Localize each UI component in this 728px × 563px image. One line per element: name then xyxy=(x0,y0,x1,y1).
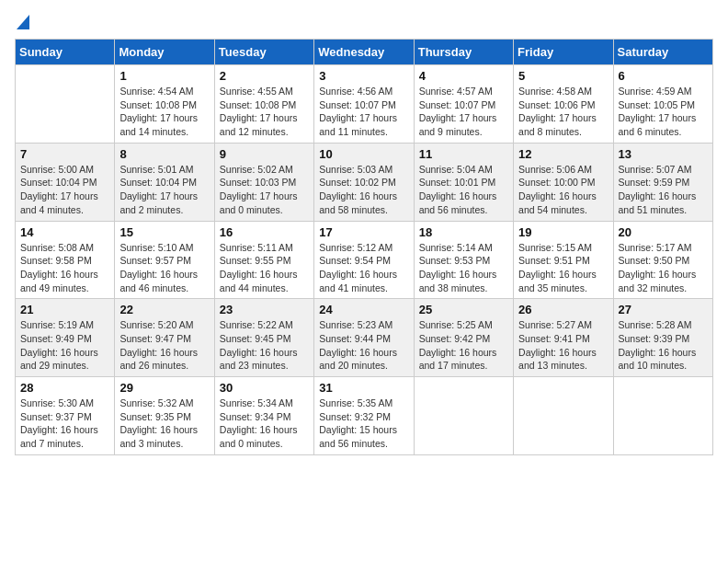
day-number: 8 xyxy=(119,147,209,161)
calendar-cell: 12Sunrise: 5:06 AMSunset: 10:00 PMDaylig… xyxy=(514,143,613,221)
logo-icon xyxy=(17,15,29,33)
header-day-sunday: Sunday xyxy=(16,40,115,65)
calendar-cell: 17Sunrise: 5:12 AMSunset: 9:54 PMDayligh… xyxy=(314,221,414,299)
day-info: Sunrise: 5:11 AMSunset: 9:55 PMDaylight:… xyxy=(220,241,309,295)
calendar-cell: 26Sunrise: 5:27 AMSunset: 9:41 PMDayligh… xyxy=(514,299,613,377)
calendar-cell: 31Sunrise: 5:35 AMSunset: 9:32 PMDayligh… xyxy=(314,377,414,455)
day-info: Sunrise: 5:30 AMSunset: 9:37 PMDaylight:… xyxy=(20,396,109,451)
day-info: Sunrise: 4:55 AMSunset: 10:08 PMDaylight… xyxy=(220,85,309,139)
calendar-cell: 10Sunrise: 5:03 AMSunset: 10:02 PMDaylig… xyxy=(314,143,414,221)
calendar-cell xyxy=(414,377,513,455)
day-info: Sunrise: 5:02 AMSunset: 10:03 PMDaylight… xyxy=(220,163,309,217)
day-number: 12 xyxy=(518,147,608,161)
calendar-week-row: 1Sunrise: 4:54 AMSunset: 10:08 PMDayligh… xyxy=(16,65,713,144)
calendar-cell: 3Sunrise: 4:56 AMSunset: 10:07 PMDayligh… xyxy=(314,65,414,144)
calendar-cell: 9Sunrise: 5:02 AMSunset: 10:03 PMDayligh… xyxy=(214,143,313,221)
calendar-cell xyxy=(514,377,613,455)
calendar-cell: 27Sunrise: 5:28 AMSunset: 9:39 PMDayligh… xyxy=(613,299,712,377)
calendar-cell: 14Sunrise: 5:08 AMSunset: 9:58 PMDayligh… xyxy=(16,221,115,299)
day-number: 24 xyxy=(319,303,408,316)
calendar-cell: 19Sunrise: 5:15 AMSunset: 9:51 PMDayligh… xyxy=(514,221,613,299)
day-info: Sunrise: 5:22 AMSunset: 9:45 PMDaylight:… xyxy=(220,318,309,373)
day-info: Sunrise: 5:12 AMSunset: 9:54 PMDaylight:… xyxy=(319,241,408,295)
calendar-cell: 2Sunrise: 4:55 AMSunset: 10:08 PMDayligh… xyxy=(214,65,313,144)
day-info: Sunrise: 4:54 AMSunset: 10:08 PMDaylight… xyxy=(119,85,209,139)
day-info: Sunrise: 5:34 AMSunset: 9:34 PMDaylight:… xyxy=(220,396,309,451)
day-number: 6 xyxy=(619,69,708,83)
day-info: Sunrise: 5:28 AMSunset: 9:39 PMDaylight:… xyxy=(619,318,708,373)
day-number: 19 xyxy=(518,225,608,239)
calendar-cell: 6Sunrise: 4:59 AMSunset: 10:05 PMDayligh… xyxy=(613,65,712,144)
header-day-thursday: Thursday xyxy=(414,40,513,65)
day-number: 14 xyxy=(20,225,109,239)
calendar-cell: 15Sunrise: 5:10 AMSunset: 9:57 PMDayligh… xyxy=(115,221,214,299)
calendar-cell: 23Sunrise: 5:22 AMSunset: 9:45 PMDayligh… xyxy=(214,299,313,377)
day-number: 27 xyxy=(619,303,708,316)
day-number: 23 xyxy=(220,303,309,316)
calendar-cell xyxy=(16,65,115,144)
day-number: 21 xyxy=(20,303,109,316)
calendar-cell: 29Sunrise: 5:32 AMSunset: 9:35 PMDayligh… xyxy=(115,377,214,455)
day-number: 31 xyxy=(319,381,408,395)
day-info: Sunrise: 5:00 AMSunset: 10:04 PMDaylight… xyxy=(20,163,109,217)
day-info: Sunrise: 4:57 AMSunset: 10:07 PMDaylight… xyxy=(419,85,508,139)
calendar-cell: 22Sunrise: 5:20 AMSunset: 9:47 PMDayligh… xyxy=(115,299,214,377)
header-day-monday: Monday xyxy=(115,40,214,65)
svg-marker-0 xyxy=(17,15,29,29)
day-info: Sunrise: 5:19 AMSunset: 9:49 PMDaylight:… xyxy=(20,318,109,373)
day-info: Sunrise: 5:10 AMSunset: 9:57 PMDaylight:… xyxy=(119,241,209,295)
calendar-week-row: 14Sunrise: 5:08 AMSunset: 9:58 PMDayligh… xyxy=(16,221,713,299)
calendar-cell: 30Sunrise: 5:34 AMSunset: 9:34 PMDayligh… xyxy=(214,377,313,455)
page-header xyxy=(15,15,713,29)
day-number: 17 xyxy=(319,225,408,239)
calendar-cell: 11Sunrise: 5:04 AMSunset: 10:01 PMDaylig… xyxy=(414,143,513,221)
day-info: Sunrise: 5:27 AMSunset: 9:41 PMDaylight:… xyxy=(518,318,608,373)
day-number: 26 xyxy=(518,303,608,316)
day-info: Sunrise: 5:06 AMSunset: 10:00 PMDaylight… xyxy=(518,163,608,217)
calendar-header-row: SundayMondayTuesdayWednesdayThursdayFrid… xyxy=(16,40,713,65)
calendar-table: SundayMondayTuesdayWednesdayThursdayFrid… xyxy=(15,39,713,455)
day-info: Sunrise: 5:01 AMSunset: 10:04 PMDaylight… xyxy=(119,163,209,217)
day-number: 25 xyxy=(419,303,508,316)
day-number: 22 xyxy=(119,303,209,316)
day-number: 4 xyxy=(419,69,508,83)
calendar-cell: 5Sunrise: 4:58 AMSunset: 10:06 PMDayligh… xyxy=(514,65,613,144)
day-info: Sunrise: 4:56 AMSunset: 10:07 PMDaylight… xyxy=(319,85,408,139)
day-number: 16 xyxy=(220,225,309,239)
day-info: Sunrise: 5:15 AMSunset: 9:51 PMDaylight:… xyxy=(518,241,608,295)
calendar-cell: 21Sunrise: 5:19 AMSunset: 9:49 PMDayligh… xyxy=(16,299,115,377)
day-info: Sunrise: 5:08 AMSunset: 9:58 PMDaylight:… xyxy=(20,241,109,295)
day-info: Sunrise: 5:32 AMSunset: 9:35 PMDaylight:… xyxy=(119,396,209,451)
calendar-cell: 4Sunrise: 4:57 AMSunset: 10:07 PMDayligh… xyxy=(414,65,513,144)
calendar-cell: 13Sunrise: 5:07 AMSunset: 9:59 PMDayligh… xyxy=(613,143,712,221)
day-number: 13 xyxy=(619,147,708,161)
logo xyxy=(15,15,29,29)
header-day-tuesday: Tuesday xyxy=(214,40,313,65)
day-number: 1 xyxy=(119,69,209,83)
day-number: 20 xyxy=(619,225,708,239)
day-number: 3 xyxy=(319,69,408,83)
calendar-cell: 8Sunrise: 5:01 AMSunset: 10:04 PMDayligh… xyxy=(115,143,214,221)
day-number: 15 xyxy=(119,225,209,239)
calendar-week-row: 7Sunrise: 5:00 AMSunset: 10:04 PMDayligh… xyxy=(16,143,713,221)
calendar-cell: 16Sunrise: 5:11 AMSunset: 9:55 PMDayligh… xyxy=(214,221,313,299)
calendar-week-row: 21Sunrise: 5:19 AMSunset: 9:49 PMDayligh… xyxy=(16,299,713,377)
day-info: Sunrise: 5:35 AMSunset: 9:32 PMDaylight:… xyxy=(319,396,408,451)
day-info: Sunrise: 5:25 AMSunset: 9:42 PMDaylight:… xyxy=(419,318,508,373)
day-info: Sunrise: 4:59 AMSunset: 10:05 PMDaylight… xyxy=(619,85,708,139)
header-day-wednesday: Wednesday xyxy=(314,40,414,65)
day-info: Sunrise: 5:03 AMSunset: 10:02 PMDaylight… xyxy=(319,163,408,217)
day-number: 10 xyxy=(319,147,408,161)
day-info: Sunrise: 5:14 AMSunset: 9:53 PMDaylight:… xyxy=(419,241,508,295)
day-number: 28 xyxy=(20,381,109,395)
day-info: Sunrise: 5:07 AMSunset: 9:59 PMDaylight:… xyxy=(619,163,708,217)
day-info: Sunrise: 5:17 AMSunset: 9:50 PMDaylight:… xyxy=(619,241,708,295)
calendar-cell: 18Sunrise: 5:14 AMSunset: 9:53 PMDayligh… xyxy=(414,221,513,299)
day-info: Sunrise: 5:20 AMSunset: 9:47 PMDaylight:… xyxy=(119,318,209,373)
calendar-cell: 24Sunrise: 5:23 AMSunset: 9:44 PMDayligh… xyxy=(314,299,414,377)
header-day-friday: Friday xyxy=(514,40,613,65)
calendar-cell: 20Sunrise: 5:17 AMSunset: 9:50 PMDayligh… xyxy=(613,221,712,299)
day-number: 9 xyxy=(220,147,309,161)
calendar-week-row: 28Sunrise: 5:30 AMSunset: 9:37 PMDayligh… xyxy=(16,377,713,455)
day-info: Sunrise: 5:23 AMSunset: 9:44 PMDaylight:… xyxy=(319,318,408,373)
